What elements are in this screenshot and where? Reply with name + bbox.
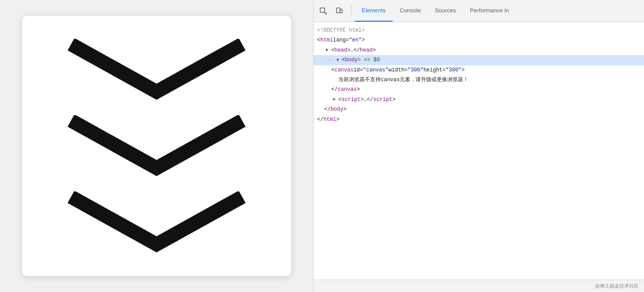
tab-sources[interactable]: Sources xyxy=(428,0,463,22)
devtools-toolbar: Elements Console Sources Performance in xyxy=(314,0,644,22)
dom-text: "300" xyxy=(408,66,423,75)
dom-text: height= xyxy=(423,66,446,75)
devtools-content[interactable]: <!DOCTYPE html><html lang="en">► <head>…… xyxy=(314,22,644,280)
dom-text: canvas xyxy=(334,66,353,75)
dom-text: >…</ xyxy=(347,46,360,55)
dom-line-7[interactable]: ► <script>…</script> xyxy=(314,95,644,105)
tab-console[interactable]: Console xyxy=(393,0,428,22)
canvas-card xyxy=(22,16,291,276)
chevron-row-1 xyxy=(42,39,271,101)
dom-text: lang= xyxy=(333,36,349,45)
dom-text: id= xyxy=(353,66,363,75)
toggle-btn-3[interactable]: ▼ xyxy=(335,57,341,63)
devtools-panel: Elements Console Sources Performance in … xyxy=(313,0,644,292)
watermark: @稀土掘金技术社区 xyxy=(595,283,639,289)
dom-line-5[interactable]: 当前浏览器不支持canvas元素，请升级或更换浏览器！ xyxy=(314,75,644,85)
dom-text: script xyxy=(341,95,360,104)
dom-text: < xyxy=(342,56,345,64)
dom-line-0[interactable]: <!DOCTYPE html> xyxy=(314,26,644,35)
dom-text: > xyxy=(362,36,365,45)
dom-text: < xyxy=(338,95,341,104)
tab-elements[interactable]: Elements xyxy=(355,0,393,22)
dom-text: </ xyxy=(331,85,337,94)
dom-text: > xyxy=(392,95,395,104)
dom-text: > xyxy=(357,85,360,94)
canvas-drawing xyxy=(42,31,271,261)
dom-text: "300" xyxy=(446,66,461,75)
dom-tree: <!DOCTYPE html><html lang="en">► <head>…… xyxy=(314,22,644,128)
chevron-row-3 xyxy=(42,191,271,253)
svg-rect-0 xyxy=(320,8,325,12)
toolbar-icons xyxy=(317,5,351,17)
chevron-icon-2 xyxy=(64,115,249,177)
dom-line-2[interactable]: ► <head>…</head> xyxy=(314,45,644,55)
dom-text: body xyxy=(345,56,358,64)
chevron-icon-3 xyxy=(64,191,249,253)
dom-text: html xyxy=(320,36,333,45)
left-panel xyxy=(0,0,313,292)
dom-text: <!DOCTYPE html> xyxy=(317,26,365,35)
dom-text: "canvas" xyxy=(363,66,389,75)
dom-text: > == $0 xyxy=(358,56,380,64)
svg-rect-2 xyxy=(337,8,340,13)
dom-text: script xyxy=(373,95,392,104)
dom-text: >…</ xyxy=(360,95,373,104)
dom-line-6[interactable]: </canvas> xyxy=(314,85,644,94)
devtools-tabs: Elements Console Sources Performance in xyxy=(355,0,516,22)
chevron-row-2 xyxy=(42,115,271,177)
inspect-icon[interactable] xyxy=(317,5,329,17)
dom-text: 当前浏览器不支持canvas元素，请升级或更换浏览器！ xyxy=(338,75,468,84)
dom-text: < xyxy=(331,66,334,75)
chevron-icon-1 xyxy=(64,39,249,101)
dom-text: > xyxy=(461,66,464,75)
dom-text: < xyxy=(317,36,320,45)
svg-line-1 xyxy=(325,12,326,14)
dom-text: </ xyxy=(317,115,323,124)
dom-line-3[interactable]: ··· ▼ <body> == $0 xyxy=(314,55,644,65)
dom-text: html xyxy=(323,115,336,124)
device-toolbar-icon[interactable] xyxy=(333,5,345,17)
toggle-btn-7[interactable]: ► xyxy=(331,97,337,103)
dom-text: body xyxy=(330,105,343,114)
dom-text: "en" xyxy=(349,36,362,45)
dom-text: </ xyxy=(324,105,330,114)
svg-rect-3 xyxy=(340,9,342,13)
dom-text: head xyxy=(360,46,373,55)
ellipsis-btn-3[interactable]: ··· xyxy=(324,56,333,64)
dom-text: width= xyxy=(389,66,408,75)
dom-line-8[interactable]: </body> xyxy=(314,105,644,114)
dom-line-4[interactable]: <canvas id="canvas" width="300" height="… xyxy=(314,65,644,75)
devtools-footer: @稀土掘金技术社区 xyxy=(314,280,644,292)
dom-line-9[interactable]: </html> xyxy=(314,115,644,124)
dom-text: > xyxy=(373,46,376,55)
dom-line-1[interactable]: <html lang="en"> xyxy=(314,35,644,45)
dom-text: < xyxy=(331,46,334,55)
dom-text: > xyxy=(336,115,339,124)
dom-text: head xyxy=(334,46,347,55)
dom-text: canvas xyxy=(337,85,356,94)
toggle-btn-2[interactable]: ► xyxy=(324,47,330,53)
dom-text: > xyxy=(343,105,346,114)
tab-performance[interactable]: Performance in xyxy=(463,0,516,22)
